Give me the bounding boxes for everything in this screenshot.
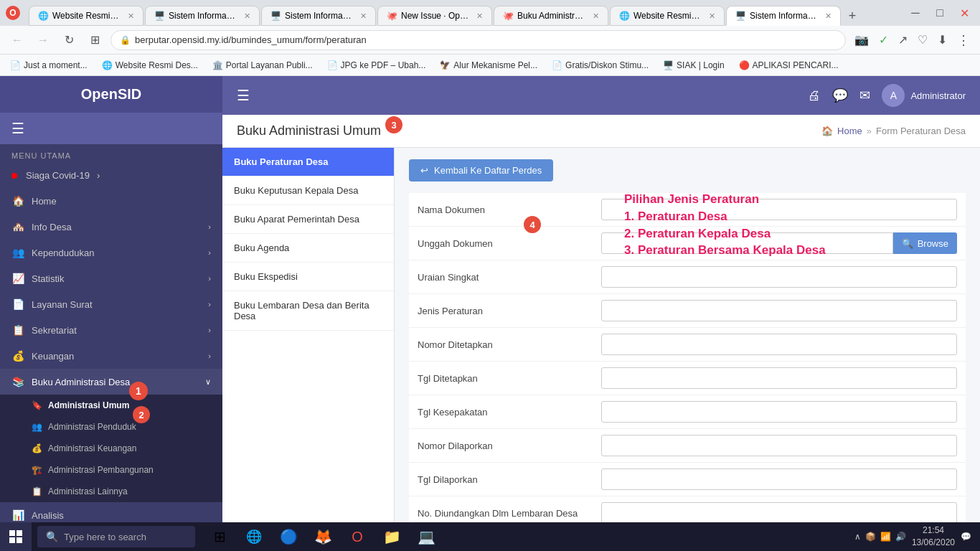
bookmark-1[interactable]: 📄Just a moment... [6,59,92,72]
subitem-admin-keuangan[interactable]: 💰 Administrasi Keuangan [0,438,222,459]
sidebar-item-sekretariat[interactable]: 📋 Sekretariat › [0,317,222,343]
taskbar-app-firefox[interactable]: 🦊 [307,522,339,551]
subitem-admin-umum[interactable]: 🔖 Administrasi Umum [0,395,222,416]
bookmark-5[interactable]: 🦅Alur Mekanisme Pel... [435,59,542,72]
minimize-button[interactable]: ─ [905,3,925,23]
sidebar-item-kependudukan[interactable]: 👥 Kependudukan › [0,240,222,265]
bookmark-2[interactable]: 🌐Website Resmi Des... [98,59,202,72]
start-button[interactable] [0,522,32,551]
input-nama-dokumen[interactable] [601,199,957,220]
row-unggah-dokumen: Unggah Dokumen 🔍 Browse [409,227,966,260]
content-body: Buku Peraturan Desa Buku Keputusan Kepal… [222,148,980,525]
taskbar-app-misc[interactable]: 💻 [410,522,442,551]
sidebar-menu-label: MENU UTAMA [0,144,222,163]
bookmark-7[interactable]: 🖥️SIAK | Login [659,59,729,72]
smenu-peraturan-desa[interactable]: Buku Peraturan Desa [222,148,394,176]
tab-close-6[interactable]: ✕ [709,11,715,21]
browser-tab-2[interactable]: 🖥️Sistem Informasi D...✕ [145,6,260,26]
tab-close-1[interactable]: ✕ [128,11,134,21]
address-bar[interactable]: 🔒 berputar.opensid.my.id/bumindes_umum/f… [110,30,846,50]
bookmark-4[interactable]: 📄JPG ke PDF – Ubah... [323,59,430,72]
sidebar-item-home[interactable]: 🏠 Home [0,188,222,214]
taskbar-search-box[interactable]: 🔍 Type here to search [37,526,195,547]
taskbar-search-icon: 🔍 [46,531,58,542]
download-icon[interactable]: ⬇ [935,30,950,50]
sidebar-item-covid[interactable]: Siaga Covid-19 › [0,163,222,188]
taskbar-app-chrome[interactable]: 🔵 [273,522,304,551]
taskbar-app-edge[interactable]: 🌐 [238,522,270,551]
taskbar-search-text: Type here to search [64,532,146,542]
input-tgl-kesepakatan[interactable] [601,401,957,423]
tab-close-7[interactable]: ✕ [825,11,831,21]
input-no-lembaran[interactable] [601,502,957,524]
bookmark-3[interactable]: 🏛️Portal Layanan Publi... [208,59,317,72]
forward-button[interactable]: → [33,30,53,50]
camera-icon[interactable]: 📷 [852,30,872,50]
browser-tab-5[interactable]: 🐙Buku Administrasi...✕ [494,6,608,26]
browser-tab-3[interactable]: 🖥️Sistem Informasi D...✕ [261,6,376,26]
smenu-aparat[interactable]: Buku Aparat Pemerintah Desa [222,205,394,234]
row-nomor-dilaporkan: Nomor Dilaporkan [409,429,966,463]
smenu-lembaran[interactable]: Buku Lembaran Desa dan Berita Desa [222,291,394,331]
security-icon: 🔒 [120,35,131,45]
smenu-agenda[interactable]: Buku Agenda [222,234,394,263]
buku-icon: 📚 [11,376,24,387]
sidebar-item-info[interactable]: 🏘️ Info Desa › [0,214,222,240]
browser-tab-6[interactable]: 🌐Website Resmi Des...✕ [610,6,725,26]
more-icon[interactable]: ⋮ [954,29,973,51]
kependudukan-icon: 👥 [11,247,24,258]
taskbar-app-taskview[interactable]: ⊞ [204,522,235,551]
kependudukan-label: Kependudukan [32,248,94,258]
bookmark-6[interactable]: 📄Gratis/Diskon Stimu... [547,59,653,72]
breadcrumb-home-link[interactable]: Home [837,126,862,136]
notification-icon[interactable]: 💬 [961,532,971,542]
heart-icon[interactable]: ♡ [915,30,930,50]
taskbar-app-explorer[interactable]: 📁 [376,522,407,551]
topbar-user[interactable]: A Administrator [882,84,966,107]
tab-close-5[interactable]: ✕ [593,11,599,21]
input-nomor-ditetapkan[interactable] [601,334,957,355]
hamburger-icon[interactable]: ☰ [11,120,24,137]
smenu-ekspedisi[interactable]: Buku Ekspedisi [222,263,394,291]
tab-close-2[interactable]: ✕ [244,11,250,21]
shield-icon[interactable]: ✓ [876,30,891,50]
subitem-admin-lainnya[interactable]: 📋 Administrasi Lainnya [0,481,222,502]
chat-icon[interactable]: 💬 [832,88,848,103]
back-to-list-button[interactable]: ↩ Kembali Ke Daftar Perdes [409,159,553,182]
smenu-keputusan[interactable]: Buku Keputusan Kepala Desa [222,176,394,205]
label-nomor-dilaporkan: Nomor Dilaporkan [409,429,595,463]
share-icon[interactable]: ↗ [895,30,910,50]
subitem-admin-pembangunan[interactable]: 🏗️ Administrasi Pembangunan [0,459,222,481]
print-icon[interactable]: 🖨 [808,88,821,103]
label-tgl-ditetapkan: Tgl Ditetapkan [409,362,595,395]
new-tab-button[interactable]: + [842,6,862,26]
topbar-menu-icon[interactable]: ☰ [237,87,250,104]
bookmarks-bar: 📄Just a moment... 🌐Website Resmi Des... … [0,55,980,76]
bookmark-8[interactable]: 🔴APLIKASI PENCARI... [735,59,843,72]
back-button[interactable]: ← [7,30,27,50]
tray-up-icon[interactable]: ∧ [854,532,861,542]
reload-button[interactable]: ↻ [59,30,79,50]
subitem-admin-penduduk[interactable]: 👥 Administrasi Penduduk [0,416,222,438]
browse-button[interactable]: 🔍 Browse [893,232,957,254]
sidebar-item-statistik[interactable]: 📈 Statistik › [0,265,222,291]
home-nav-button[interactable]: ⊞ [85,30,105,50]
input-jenis-peraturan[interactable] [601,300,957,321]
input-nomor-dilaporkan[interactable] [601,435,957,456]
browser-tab-7[interactable]: 🖥️Sistem Informasi D...✕ [726,6,841,26]
taskbar-app-opera[interactable]: O [341,522,373,551]
sidebar-item-layanan[interactable]: 📄 Layanan Surat › [0,291,222,317]
close-button[interactable]: ✕ [954,3,974,23]
browser-tab-1[interactable]: 🌐Website Resmi Des...✕ [29,6,143,26]
tab-close-4[interactable]: ✕ [476,11,483,21]
browser-tab-4[interactable]: 🐙New Issue · OpenSI...✕ [377,6,492,26]
sidebar-item-keuangan[interactable]: 💰 Keuangan › [0,343,222,369]
maximize-button[interactable]: □ [930,3,950,23]
input-tgl-dilaporkan[interactable] [601,468,957,490]
file-path-input[interactable] [601,232,893,254]
input-uraian-singkat[interactable] [601,266,957,288]
sidebar-item-buku[interactable]: 📚 Buku Administrasi Desa ∨ [0,369,222,395]
tab-close-3[interactable]: ✕ [360,11,367,21]
mail-icon[interactable]: ✉ [859,88,870,103]
input-tgl-ditetapkan[interactable] [601,367,957,389]
